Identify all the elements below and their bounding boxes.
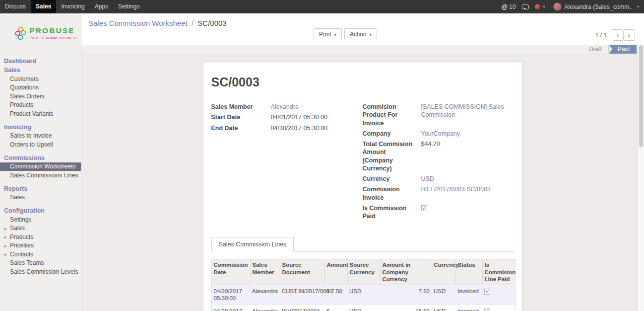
- print-button[interactable]: Print ▾: [314, 28, 342, 40]
- col-source-currency: Source Currency: [347, 259, 380, 285]
- sidebar-item-commission-worksheets[interactable]: Commission Worksheets: [0, 162, 81, 171]
- status-draft[interactable]: Draft: [583, 45, 608, 54]
- pager-next-button[interactable]: ›: [623, 29, 635, 41]
- sidebar-item-config-sales[interactable]: ▸ Sales: [0, 224, 81, 233]
- menu-settings[interactable]: Settings: [113, 0, 144, 13]
- chevron-down-icon: ▾: [334, 33, 336, 37]
- cell-source: INV/2017/0004-SO008: [280, 305, 324, 311]
- form-sheet: SC/0003 Sales Member Alexandra Start Dat…: [203, 61, 523, 311]
- commission-product-link[interactable]: [SALES COMMISSION] Sales Commission: [421, 103, 504, 118]
- sidebar-item-config-settings[interactable]: Settings: [0, 215, 81, 224]
- sidebar-item-orders-to-upsell[interactable]: Orders to Upsell: [0, 140, 81, 149]
- commission-lines-table: Commission Date Sales Member Source Docu…: [211, 259, 515, 311]
- sidebar-item-config-pricelists[interactable]: ▸ Pricelists: [0, 241, 81, 250]
- pager: 1 / 1 ‹ ›: [595, 29, 635, 41]
- chevron-down-icon: ▾: [637, 4, 639, 9]
- cell-line-paid: [482, 285, 515, 305]
- cell-member: Alexandra: [250, 305, 280, 311]
- debug-menu[interactable]: ▾: [535, 4, 545, 9]
- currency-link[interactable]: USD: [421, 175, 434, 182]
- cell-company-amount: 18.60: [380, 305, 432, 311]
- sidebar-item-sales-commission-levels[interactable]: Sales Commission Levels: [0, 267, 81, 276]
- status-strip: Draft Paid: [81, 45, 644, 54]
- breadcrumb: Sales Commission Worksheet / SC/0003: [81, 13, 644, 27]
- sidebar-heading-commissions[interactable]: Commissions: [0, 154, 81, 162]
- form-view: SC/0003 Sales Member Alexandra Start Dat…: [81, 54, 644, 311]
- sidebar-item-sales-to-invoice[interactable]: Sales to Invoice: [0, 132, 81, 141]
- line-paid-checkbox: [484, 309, 490, 311]
- menu-invoicing[interactable]: Invoicing: [56, 0, 89, 13]
- app-logo[interactable]: PROBUSE PROFESSIONAL BUSINESS: [0, 13, 81, 52]
- chat-icon: [522, 4, 529, 9]
- cell-status: Invoiced: [455, 285, 482, 305]
- line-paid-checkbox: [484, 289, 490, 295]
- col-sales-member: Sales Member: [250, 259, 280, 285]
- menu-sales[interactable]: Sales: [31, 0, 56, 13]
- tab-sales-commission-lines[interactable]: Sales Commission Lines: [211, 237, 294, 252]
- activity-menu[interactable]: @ 10: [502, 3, 516, 10]
- field-label-end-date: End Date: [211, 124, 271, 132]
- sidebar-item-products[interactable]: Products: [0, 101, 81, 110]
- sidebar-heading-invoicing[interactable]: Invoicing: [0, 123, 81, 132]
- cell-company-amount: 7.50: [380, 285, 432, 305]
- expand-caret-icon: ▸: [4, 251, 7, 258]
- cell-source-currency: USD: [347, 305, 380, 311]
- cell-member: Alexandra: [250, 285, 280, 305]
- sidebar-item-sales-orders[interactable]: Sales Orders: [0, 92, 81, 101]
- topbar-right: @ 10 ▾ Alexandra (Sales_comm.. ▾: [502, 0, 644, 13]
- sidebar-item-sales-teams[interactable]: Sales Teams: [0, 259, 81, 268]
- col-amount: Amount: [324, 259, 347, 285]
- cell-amount: $ 7.50: [324, 285, 347, 305]
- sidebar-item-product-variants[interactable]: Product Variants: [0, 109, 81, 118]
- sidebar-heading-dashboard[interactable]: Dashboard: [0, 57, 81, 66]
- messages-menu[interactable]: [522, 4, 529, 9]
- sidebar-item-customers[interactable]: Customers: [0, 75, 81, 83]
- sidebar-heading-reports[interactable]: Reports: [0, 184, 81, 193]
- sidebar-heading-configuration[interactable]: Configuration: [0, 206, 81, 215]
- sidebar-item-config-contacts[interactable]: ▸ Contacts: [0, 250, 81, 259]
- print-button-label: Print: [319, 31, 331, 38]
- user-menu[interactable]: Alexandra (Sales_comm.. ▾: [551, 2, 641, 11]
- activity-icon: @: [502, 3, 508, 10]
- company-link[interactable]: YourCompany: [421, 130, 460, 137]
- pager-prev-button[interactable]: ‹: [612, 29, 624, 41]
- cell-source: CUST.IN/2017/0001: [280, 285, 324, 305]
- menu-apps[interactable]: Apps: [90, 0, 113, 13]
- table-row[interactable]: 04/20/2017 05:30:00 Alexandra INV/2017/0…: [211, 305, 515, 311]
- sidebar-nav: Dashboard Sales Customers Quotations Sal…: [0, 57, 81, 276]
- sales-member-link[interactable]: Alexandra: [271, 103, 299, 110]
- record-title: SC/0003: [211, 75, 515, 89]
- cell-date: 04/20/2017 05:30:00: [211, 285, 250, 305]
- menu-discuss[interactable]: Discuss: [0, 0, 31, 13]
- field-label-total-commission-amount: Total Commision Amount (Company Currency…: [363, 140, 421, 172]
- col-status: Status: [455, 259, 482, 285]
- field-group-left: Sales Member Alexandra Start Date 04/01/…: [211, 103, 363, 223]
- sidebar-item-sales-commissions-lines[interactable]: Sales Commissions Lines: [0, 171, 81, 180]
- breadcrumb-parent-link[interactable]: Sales Commission Worksheet: [88, 19, 188, 27]
- col-amount-company-currency: Amount in Company Currency: [380, 259, 432, 285]
- sidebar-heading-sales[interactable]: Sales: [0, 66, 81, 75]
- pager-count: 1 / 1: [595, 32, 607, 39]
- cell-status: Invoiced: [455, 305, 482, 311]
- table-row[interactable]: 04/20/2017 05:30:00 Alexandra CUST.IN/20…: [211, 285, 515, 305]
- cell-line-paid: [482, 305, 515, 311]
- expand-caret-icon: ▸: [4, 234, 7, 240]
- control-panel: Sales Commission Worksheet / SC/0003 Pri…: [81, 13, 644, 45]
- cell-date: 04/20/2017 05:30:00: [211, 305, 250, 311]
- action-button[interactable]: Action ▾: [344, 28, 377, 40]
- scrollbar-thumb[interactable]: [639, 45, 643, 147]
- vertical-scrollbar[interactable]: [638, 45, 644, 311]
- commission-invoice-link[interactable]: BILL/2017/0003 SC/0003: [421, 186, 491, 193]
- sidebar-item-quotations[interactable]: Quotations: [0, 83, 81, 92]
- user-name: Alexandra (Sales_comm..: [565, 3, 633, 10]
- app-menus: Discuss Sales Invoicing Apps Settings: [0, 0, 144, 13]
- field-label-company: Company: [363, 130, 421, 138]
- probuse-logo-icon: [15, 21, 26, 45]
- sidebar-item-config-products[interactable]: ▸ Products: [0, 233, 81, 241]
- status-paid[interactable]: Paid: [609, 45, 637, 54]
- breadcrumb-separator: /: [192, 19, 193, 27]
- sidebar-item-reports-sales[interactable]: Sales: [0, 193, 81, 202]
- top-navbar: Discuss Sales Invoicing Apps Settings @ …: [0, 0, 644, 13]
- is-commission-paid-checkbox[interactable]: [421, 205, 427, 211]
- sidebar-item-label: Contacts: [10, 251, 33, 258]
